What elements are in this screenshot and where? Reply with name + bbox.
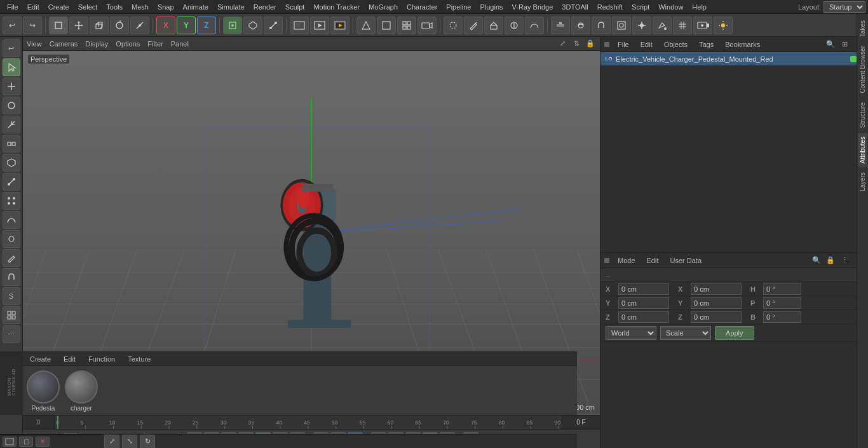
video-button[interactable] — [693, 17, 712, 34]
coord-p-input[interactable] — [763, 297, 801, 309]
four-view-button[interactable] — [397, 17, 416, 34]
cube-tool-button[interactable] — [90, 17, 109, 34]
menu-pipeline[interactable]: Pipeline — [442, 2, 475, 12]
paint-bucket-button[interactable] — [653, 17, 672, 34]
redo-button[interactable]: ↪ — [23, 17, 42, 34]
menu-3dtoall[interactable]: 3DTOAll — [557, 2, 592, 12]
menu-create[interactable]: Create — [44, 2, 74, 12]
bottom-move-btn[interactable]: ⤢ — [104, 435, 119, 449]
menu-mesh[interactable]: Mesh — [127, 2, 153, 12]
coord-h-input[interactable] — [763, 283, 801, 295]
list-item[interactable]: charger — [65, 370, 98, 412]
coord-space-dropdown[interactable]: World — [606, 326, 656, 340]
loop-cut-button[interactable] — [505, 17, 524, 34]
model-mode-button[interactable] — [49, 17, 68, 34]
menu-file[interactable]: File — [3, 2, 23, 12]
viewport-display-menu[interactable]: Display — [85, 40, 108, 48]
material-function-btn[interactable]: Function — [85, 354, 118, 364]
viewport-filter-menu[interactable]: Filter — [147, 40, 163, 48]
magnet-button[interactable] — [592, 17, 611, 34]
content-browser-tab[interactable]: Content Browser — [858, 42, 867, 97]
sidebar-texture-icon[interactable]: S — [3, 287, 20, 305]
attributes-mode-btn[interactable]: Mode — [614, 255, 639, 266]
menu-simulate[interactable]: Simulate — [213, 2, 249, 12]
menu-motion-tracker[interactable]: Motion Tracker — [309, 2, 364, 12]
viewport-settings-icon[interactable]: ⇅ — [571, 38, 582, 50]
material-create-btn[interactable]: Create — [27, 354, 54, 364]
coord-x-input[interactable] — [618, 283, 669, 295]
viewport-view-menu[interactable]: View — [27, 40, 42, 48]
attributes-user-data-btn[interactable]: User Data — [667, 255, 705, 266]
list-item[interactable]: Pedesta — [27, 370, 60, 412]
x-axis-button[interactable]: X — [156, 17, 175, 34]
sidebar-extra-icon[interactable]: ⋯ — [3, 325, 20, 343]
menu-sculpt[interactable]: Sculpt — [281, 2, 309, 12]
layers-tab[interactable]: Layers — [858, 168, 867, 195]
viewport-expand-icon[interactable]: ⤢ — [557, 38, 568, 50]
render-viewport-button[interactable] — [310, 17, 329, 34]
sidebar-point-icon[interactable] — [3, 192, 20, 210]
attributes-search-icon[interactable]: 🔍 — [811, 255, 822, 266]
grid-button[interactable] — [673, 17, 692, 34]
z-axis-button[interactable]: Z — [197, 17, 216, 34]
viewport-panel-menu[interactable]: Panel — [171, 40, 189, 48]
sidebar-grid-icon[interactable] — [3, 306, 20, 324]
apply-button[interactable]: Apply — [715, 326, 754, 340]
perspective-view-button[interactable] — [356, 17, 376, 34]
objects-edit-btn[interactable]: Edit — [637, 39, 656, 50]
coord-z2-input[interactable] — [691, 311, 742, 323]
coord-y-input[interactable] — [618, 297, 669, 309]
viewport-lock-icon[interactable]: 🔒 — [585, 38, 596, 50]
rotate-tool-button[interactable] — [110, 17, 129, 34]
viewport-cameras-menu[interactable]: Cameras — [50, 40, 78, 48]
sculpt-paint-button[interactable] — [571, 17, 590, 34]
attributes-menu-icon[interactable]: ⋮ — [839, 255, 850, 266]
select-all-button[interactable] — [444, 17, 463, 34]
structure-tab[interactable]: Structure — [858, 98, 867, 132]
sidebar-spline-icon[interactable] — [3, 211, 20, 229]
sidebar-scale-icon[interactable] — [3, 116, 20, 133]
extrude-button[interactable] — [484, 17, 503, 34]
light-button[interactable] — [714, 17, 733, 34]
undo-button[interactable]: ↩ — [3, 17, 22, 34]
scale-tool-button[interactable] — [130, 17, 149, 34]
sidebar-move-icon[interactable] — [3, 78, 20, 95]
spline-button[interactable] — [525, 17, 544, 34]
menu-plugins[interactable]: Plugins — [475, 2, 507, 12]
menu-tools[interactable]: Tools — [102, 2, 127, 12]
objects-filter-icon[interactable]: ⊞ — [839, 39, 850, 50]
attributes-edit-btn[interactable]: Edit — [644, 255, 662, 266]
sidebar-poly-icon[interactable] — [3, 154, 20, 172]
coord-b-input[interactable] — [763, 311, 801, 323]
coord-y2-input[interactable] — [691, 297, 742, 309]
window-close-btn[interactable]: ✕ — [36, 437, 50, 447]
material-edit-btn[interactable]: Edit — [60, 354, 79, 364]
sidebar-select-icon[interactable] — [3, 58, 20, 76]
menu-mograph[interactable]: MoGraph — [364, 2, 402, 12]
layout-select[interactable]: Startup — [824, 1, 865, 13]
sidebar-knife-icon[interactable] — [3, 249, 20, 267]
menu-animate[interactable]: Animate — [179, 2, 213, 12]
menu-snap[interactable]: Snap — [153, 2, 179, 12]
sidebar-magnet-icon[interactable] — [3, 268, 20, 286]
menu-select[interactable]: Select — [74, 2, 102, 12]
coord-x2-input[interactable] — [691, 283, 742, 295]
poly-mode-button[interactable] — [243, 17, 262, 34]
menu-character[interactable]: Character — [402, 2, 442, 12]
ortho-view-button[interactable] — [377, 17, 396, 34]
render-button[interactable] — [330, 17, 349, 34]
sidebar-paint-icon[interactable] — [3, 230, 20, 248]
takes-tab[interactable]: Takes — [858, 17, 867, 41]
bottom-rotate-btn[interactable]: ↻ — [140, 435, 155, 449]
status-dot-green-1[interactable] — [850, 56, 857, 62]
coord-transform-dropdown[interactable]: Scale — [660, 326, 711, 340]
texture-button[interactable] — [612, 17, 631, 34]
sidebar-undo-icon[interactable]: ↩ — [3, 39, 20, 57]
window-icon-btn[interactable] — [3, 437, 17, 447]
edge-mode-button[interactable] — [264, 17, 283, 34]
objects-search-icon[interactable]: 🔍 — [825, 39, 836, 50]
menu-render[interactable]: Render — [249, 2, 281, 12]
attributes-tab[interactable]: Attributes — [858, 133, 867, 167]
timeline-ruler[interactable]: 0 0 5 10 15 20 25 — [23, 415, 600, 429]
menu-script[interactable]: Script — [627, 2, 654, 12]
